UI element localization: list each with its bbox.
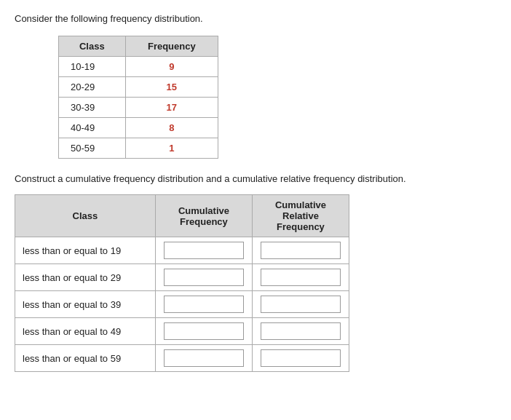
cum-cell-class: less than or equal to 19 <box>15 237 156 264</box>
freq-cell-value: 1 <box>125 138 218 159</box>
cum-cell-class: less than or equal to 49 <box>15 318 156 345</box>
cum-cell-frequency[interactable] <box>155 264 252 291</box>
cum-cell-frequency[interactable] <box>155 291 252 318</box>
cum-col-class: Class <box>15 195 156 237</box>
cum-cell-relative-frequency[interactable] <box>252 318 349 345</box>
cum-table-row: less than or equal to 59 <box>15 345 349 372</box>
freq-cell-class: 10-19 <box>59 57 126 77</box>
freq-cell-class: 50-59 <box>59 138 126 159</box>
intro-text: Consider the following frequency distrib… <box>15 13 496 24</box>
cum-col-relative-frequency: Cumulative Relative Frequency <box>252 195 349 237</box>
freq-cell-class: 20-29 <box>59 77 126 98</box>
freq-cell-value: 17 <box>125 98 218 118</box>
frequency-table: Class Frequency 10-19 9 20-29 15 30-39 1… <box>58 36 218 159</box>
freq-table-row: 40-49 8 <box>59 118 218 138</box>
cum-relative-input-2[interactable] <box>261 296 341 313</box>
cum-relative-input-1[interactable] <box>261 269 341 286</box>
frequency-table-wrapper: Class Frequency 10-19 9 20-29 15 30-39 1… <box>58 36 496 159</box>
freq-cell-value: 9 <box>125 57 218 77</box>
cum-relative-input-4[interactable] <box>261 349 341 367</box>
cum-cell-relative-frequency[interactable] <box>252 345 349 372</box>
cum-table-row: less than or equal to 49 <box>15 318 349 345</box>
cum-cell-class: less than or equal to 59 <box>15 345 156 372</box>
freq-cell-value: 8 <box>125 118 218 138</box>
cum-frequency-input-1[interactable] <box>164 269 244 286</box>
freq-cell-class: 40-49 <box>59 118 126 138</box>
freq-cell-value: 15 <box>125 77 218 98</box>
freq-table-row: 10-19 9 <box>59 57 218 77</box>
freq-col-frequency: Frequency <box>125 36 218 57</box>
cum-relative-input-3[interactable] <box>261 322 341 340</box>
cum-frequency-input-2[interactable] <box>164 296 244 313</box>
cum-cell-class: less than or equal to 29 <box>15 264 156 291</box>
cumulative-table: Class Cumulative Frequency Cumulative Re… <box>15 194 349 372</box>
cum-table-row: less than or equal to 19 <box>15 237 349 264</box>
cumulative-table-wrapper: Class Cumulative Frequency Cumulative Re… <box>15 194 496 372</box>
cum-relative-input-0[interactable] <box>261 242 341 259</box>
cum-cell-relative-frequency[interactable] <box>252 237 349 264</box>
cum-cell-frequency[interactable] <box>155 318 252 345</box>
cum-table-row: less than or equal to 29 <box>15 264 349 291</box>
cum-cell-frequency[interactable] <box>155 237 252 264</box>
cum-table-row: less than or equal to 39 <box>15 291 349 318</box>
construct-text: Construct a cumulative frequency distrib… <box>15 173 496 184</box>
cum-cell-relative-frequency[interactable] <box>252 291 349 318</box>
freq-cell-class: 30-39 <box>59 98 126 118</box>
freq-table-row: 30-39 17 <box>59 98 218 118</box>
cum-frequency-input-3[interactable] <box>164 322 244 340</box>
freq-table-row: 20-29 15 <box>59 77 218 98</box>
cum-frequency-input-0[interactable] <box>164 242 244 259</box>
cum-frequency-input-4[interactable] <box>164 349 244 367</box>
cum-cell-frequency[interactable] <box>155 345 252 372</box>
cum-cell-class: less than or equal to 39 <box>15 291 156 318</box>
freq-table-row: 50-59 1 <box>59 138 218 159</box>
cum-col-frequency: Cumulative Frequency <box>155 195 252 237</box>
cum-cell-relative-frequency[interactable] <box>252 264 349 291</box>
freq-col-class: Class <box>59 36 126 57</box>
